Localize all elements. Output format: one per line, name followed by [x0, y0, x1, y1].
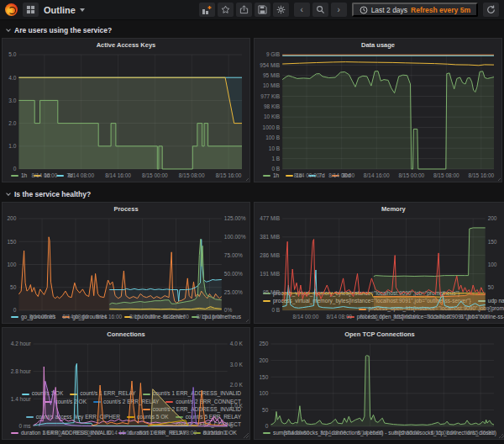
svg-text:8/15 00:00: 8/15 00:00	[129, 314, 155, 320]
svg-text:8/15 16:00: 8/15 16:00	[216, 172, 242, 178]
svg-text:8/15 08:00: 8/15 08:00	[171, 430, 197, 436]
star-icon	[221, 5, 230, 14]
svg-text:977 KiB: 977 KiB	[260, 93, 280, 99]
panel-row-2: Process 200150100500125.00%100.00%75.00%…	[2, 202, 502, 324]
chevron-down-icon	[6, 191, 11, 196]
magnifier-icon	[316, 5, 325, 14]
svg-text:8/14 00:00: 8/14 00:00	[29, 314, 55, 320]
panel-title[interactable]: Memory	[255, 203, 504, 214]
chevron-left-icon: ‹	[300, 5, 302, 14]
svg-text:8/14 16:00: 8/14 16:00	[105, 172, 131, 178]
chart-open-tcp-connections[interactable]: 2502001501005008/14 00:008/14 08:008/14 …	[255, 340, 504, 429]
svg-text:191 MiB: 191 MiB	[260, 271, 280, 277]
svg-text:8/14 08:00: 8/14 08:00	[68, 172, 94, 178]
svg-text:10 B: 10 B	[269, 145, 280, 151]
time-shift-back-button[interactable]: ‹	[294, 3, 310, 17]
svg-text:200: 200	[259, 357, 268, 363]
svg-text:8/15 08:00: 8/15 08:00	[431, 430, 457, 436]
panel-connections: Connections 4.2 hour2.8 hour1.4 hour0 ms…	[2, 327, 250, 440]
panel-resize-handle[interactable]	[499, 433, 504, 438]
dashboard-content: Are users using the service? Active Acce…	[0, 20, 504, 440]
grafana-logo-icon[interactable]	[5, 3, 18, 16]
refresh-button[interactable]	[483, 3, 499, 17]
svg-text:9 GiB: 9 GiB	[266, 51, 280, 57]
svg-text:100.00%: 100.00%	[224, 234, 246, 240]
time-range-label: Last 2 days	[371, 6, 407, 14]
time-range-picker[interactable]: Last 2 days Refresh every 5m	[352, 3, 478, 17]
panel-title[interactable]: Connections	[3, 328, 249, 340]
row-toggle-healthy[interactable]: Is the service healthy?	[2, 186, 502, 202]
chart-data-usage[interactable]: 9 GiB954 MiB95 MiB10 MiB977 KiB98 KiB10 …	[255, 50, 501, 172]
apps-grid-icon	[26, 5, 35, 14]
svg-text:0 B: 0 B	[271, 166, 280, 172]
svg-text:286 MiB: 286 MiB	[260, 252, 280, 258]
add-panel-icon	[202, 5, 212, 15]
dashboard-title-dropdown[interactable]: Outline	[44, 5, 85, 15]
svg-text:75.00%: 75.00%	[224, 252, 243, 258]
svg-text:0 ms: 0 ms	[19, 423, 32, 429]
dashboard-picker-button[interactable]	[23, 3, 39, 17]
panel-resize-handle[interactable]	[244, 176, 249, 181]
panel-title[interactable]: Active Access Keys	[3, 39, 249, 50]
add-panel-button[interactable]	[199, 3, 215, 17]
panel-title[interactable]: Open TCP Connections	[255, 328, 504, 340]
svg-text:2.8 hour: 2.8 hour	[11, 368, 32, 374]
panel-title[interactable]: Data usage	[255, 39, 501, 50]
svg-text:150: 150	[259, 374, 268, 380]
chart-active-access-keys[interactable]: 5.04.03.02.01.008/14 00:008/14 08:008/14…	[3, 50, 249, 172]
svg-text:150: 150	[488, 239, 497, 245]
time-shift-forward-button[interactable]: ›	[331, 3, 347, 17]
panel-title[interactable]: Process	[3, 203, 249, 214]
svg-text:8/14 16:00: 8/14 16:00	[96, 314, 122, 320]
svg-text:0: 0	[488, 307, 491, 313]
svg-text:8/14 00:00: 8/14 00:00	[294, 172, 320, 178]
settings-button[interactable]	[273, 3, 289, 17]
caret-down-icon	[80, 8, 85, 12]
svg-text:0: 0	[230, 423, 234, 429]
row-title: Is the service healthy?	[14, 190, 91, 198]
svg-text:3.0 K: 3.0 K	[230, 362, 244, 367]
svg-text:100: 100	[259, 390, 268, 396]
svg-text:8/14 16:00: 8/14 16:00	[357, 430, 383, 436]
save-button[interactable]	[255, 3, 270, 17]
svg-text:25.00%: 25.00%	[224, 289, 243, 295]
svg-text:95 MiB: 95 MiB	[263, 72, 280, 78]
panel-resize-handle[interactable]	[244, 433, 249, 438]
zoom-out-button[interactable]	[312, 3, 328, 17]
svg-text:150: 150	[7, 239, 16, 245]
star-button[interactable]	[218, 3, 234, 17]
panel-resize-handle[interactable]	[496, 176, 501, 181]
chart-connections[interactable]: 4.2 hour2.8 hour1.4 hour0 ms4.0 K3.0 K2.…	[3, 340, 249, 390]
panel-memory: Memory 477 MiB381 MiB286 MiB191 MiB95 Mi…	[254, 202, 504, 324]
svg-text:8/14 08:00: 8/14 08:00	[63, 314, 89, 320]
svg-text:8/15 00:00: 8/15 00:00	[393, 314, 419, 320]
chart-process[interactable]: 200150100500125.00%100.00%75.00%50.00%25…	[3, 214, 249, 313]
panel-row-3: Connections 4.2 hour2.8 hour1.4 hour0 ms…	[2, 327, 502, 440]
panel-resize-handle[interactable]	[244, 317, 249, 322]
svg-text:0: 0	[13, 307, 17, 313]
svg-text:4.0: 4.0	[8, 75, 16, 81]
svg-text:8/15 00:00: 8/15 00:00	[398, 172, 424, 178]
svg-text:250: 250	[259, 341, 268, 346]
svg-text:8/15 16:00: 8/15 16:00	[468, 430, 494, 436]
panel-data-usage: Data usage 9 GiB954 MiB95 MiB10 MiB977 K…	[254, 38, 502, 182]
svg-text:8/14 08:00: 8/14 08:00	[326, 314, 352, 320]
chevron-right-icon: ›	[337, 5, 339, 14]
svg-text:3.0: 3.0	[8, 98, 16, 103]
svg-text:8/14 00:00: 8/14 00:00	[32, 172, 58, 178]
svg-text:100: 100	[7, 262, 16, 267]
svg-text:8/15 00:00: 8/15 00:00	[394, 430, 420, 436]
svg-text:8/14 16:00: 8/14 16:00	[107, 430, 133, 436]
svg-text:1.0 K: 1.0 K	[230, 403, 244, 409]
svg-text:100: 100	[488, 262, 497, 267]
svg-text:8/15 08:00: 8/15 08:00	[163, 314, 189, 320]
share-button[interactable]	[236, 3, 252, 17]
svg-text:0: 0	[265, 423, 269, 429]
chart-memory[interactable]: 477 MiB381 MiB286 MiB191 MiB95 MiB0 B200…	[255, 214, 504, 289]
svg-text:477 MiB: 477 MiB	[260, 215, 280, 221]
svg-text:10 MiB: 10 MiB	[263, 82, 280, 88]
row-toggle-users[interactable]: Are users using the service?	[2, 22, 502, 38]
svg-text:8/15 00:00: 8/15 00:00	[142, 172, 168, 178]
refresh-interval-label: Refresh every 5m	[411, 6, 470, 14]
svg-text:8/14 00:00: 8/14 00:00	[293, 314, 319, 320]
